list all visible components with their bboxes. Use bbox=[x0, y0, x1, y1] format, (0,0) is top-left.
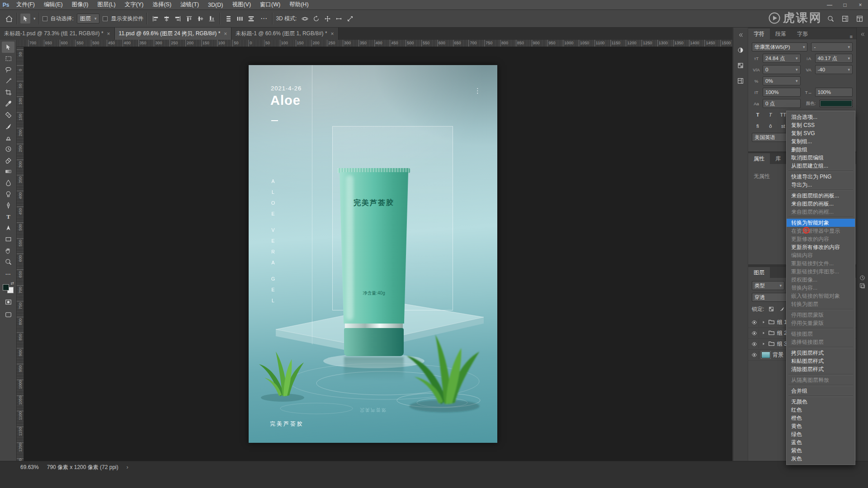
context-menu-item-43[interactable]: 橙色 bbox=[787, 414, 855, 422]
auto-select-dropdown[interactable]: 图层▾ bbox=[77, 14, 100, 23]
context-menu-item-19[interactable]: 编辑内容 bbox=[787, 251, 855, 259]
distribute-gap-icon[interactable] bbox=[246, 14, 256, 23]
context-menu-item-1[interactable]: 复制 CSS bbox=[787, 121, 855, 129]
distribute-v-icon[interactable] bbox=[223, 14, 233, 23]
kerning-field[interactable]: 0▾ bbox=[763, 65, 801, 74]
context-menu-item-6[interactable]: 从图层建立组... bbox=[787, 162, 855, 170]
zoom-tool[interactable] bbox=[2, 256, 14, 267]
expand-triangle-icon[interactable] bbox=[761, 330, 766, 337]
context-menu-item-28[interactable]: 停用矢量蒙版 bbox=[787, 319, 855, 327]
hand-tool[interactable] bbox=[2, 245, 14, 256]
font-size-field[interactable]: 24.84 点▾ bbox=[763, 54, 801, 63]
tab-character-1[interactable]: 段落 bbox=[770, 28, 792, 39]
font-style-dropdown[interactable]: -▾ bbox=[811, 42, 853, 52]
layer-filter-dropdown[interactable]: 类型▾ bbox=[752, 281, 784, 290]
context-menu-item-46[interactable]: 蓝色 bbox=[787, 438, 855, 446]
type-tool[interactable]: T bbox=[2, 211, 14, 222]
arrange-docs-icon[interactable] bbox=[854, 14, 864, 23]
more-align-options-icon[interactable]: ··· bbox=[259, 14, 269, 23]
eraser-tool[interactable] bbox=[2, 155, 14, 166]
vertical-scale-field[interactable]: 100% bbox=[763, 88, 801, 97]
context-menu-item-8[interactable]: 快速导出为 PNG bbox=[787, 173, 855, 181]
menu-item-4[interactable]: 文字(Y) bbox=[120, 0, 148, 9]
lock-checker-icon[interactable] bbox=[767, 305, 776, 314]
move-tool[interactable] bbox=[2, 42, 14, 53]
menu-item-0[interactable]: 文件(F) bbox=[12, 0, 39, 9]
search-icon[interactable] bbox=[826, 14, 835, 23]
menu-item-9[interactable]: 窗口(W) bbox=[255, 0, 285, 9]
pen-tool[interactable] bbox=[2, 200, 14, 211]
edit-toolbar-icon[interactable]: ··· bbox=[5, 271, 11, 277]
expand-panels-icon[interactable] bbox=[735, 29, 746, 40]
gradient-tool[interactable] bbox=[2, 166, 14, 177]
slide-3d-icon[interactable] bbox=[334, 14, 344, 23]
minimize-button[interactable]: — bbox=[822, 0, 837, 9]
menu-item-1[interactable]: 编辑(E) bbox=[39, 0, 67, 9]
history-brush-tool[interactable] bbox=[2, 143, 14, 155]
expand-triangle-icon[interactable] bbox=[761, 341, 766, 347]
marquee-tool[interactable] bbox=[2, 53, 14, 64]
opentype-button-1[interactable]: ô bbox=[764, 122, 776, 131]
context-menu-item-17[interactable]: 更新修改的内容 bbox=[787, 235, 855, 243]
align-right-icon[interactable] bbox=[173, 14, 183, 23]
context-menu-item-20[interactable]: 重新链接到文件... bbox=[787, 259, 855, 267]
swap-colors-icon[interactable]: ⇄ bbox=[10, 281, 14, 286]
text-style-button-0[interactable]: T bbox=[752, 110, 764, 119]
context-menu-item-47[interactable]: 紫色 bbox=[787, 446, 855, 455]
tracking-field[interactable]: -40▾ bbox=[815, 65, 853, 74]
foreground-color-swatch[interactable] bbox=[3, 284, 9, 291]
context-menu-item-4[interactable]: 删除组 bbox=[787, 145, 855, 154]
menu-item-10[interactable]: 帮助(H) bbox=[285, 0, 313, 9]
collapse-dock-icon[interactable] bbox=[859, 30, 867, 38]
brush-tool[interactable] bbox=[2, 121, 14, 132]
panel-menu-icon[interactable]: ≡ bbox=[846, 34, 856, 39]
blur-tool[interactable] bbox=[2, 177, 14, 188]
shape-tool[interactable] bbox=[2, 234, 14, 245]
home-icon[interactable] bbox=[4, 14, 14, 23]
color-swatches[interactable]: ⇄ bbox=[2, 282, 14, 294]
show-transform-checkbox[interactable] bbox=[103, 16, 108, 21]
dodge-tool[interactable] bbox=[2, 188, 14, 200]
menu-item-2[interactable]: 图像(I) bbox=[67, 0, 93, 9]
swatches-panel-icon[interactable] bbox=[735, 60, 746, 71]
tab-properties-0[interactable]: 属性 bbox=[748, 153, 770, 164]
context-menu-item-44[interactable]: 黄色 bbox=[787, 422, 855, 430]
history-panel-icon[interactable] bbox=[859, 273, 867, 282]
menu-item-8[interactable]: 视图(V) bbox=[227, 0, 255, 9]
screen-mode-icon[interactable] bbox=[5, 311, 12, 319]
tab-properties-1[interactable]: 库 bbox=[770, 153, 786, 164]
align-middle-v-icon[interactable] bbox=[195, 14, 205, 23]
opentype-button-0[interactable]: fi bbox=[752, 122, 764, 131]
context-menu-item-31[interactable]: 选择链接图层 bbox=[787, 338, 855, 346]
context-menu-item-24[interactable]: 嵌入链接的智能对象 bbox=[787, 292, 855, 300]
context-menu-item-42[interactable]: 红色 bbox=[787, 406, 855, 414]
tab-close-icon[interactable]: × bbox=[224, 31, 227, 37]
context-menu-item-16[interactable]: 在资源管理器中显示 bbox=[787, 227, 855, 235]
menu-item-7[interactable]: 3D(D) bbox=[203, 0, 227, 9]
workspace-grid-icon[interactable] bbox=[840, 14, 850, 23]
context-menu-item-41[interactable]: 无颜色 bbox=[787, 398, 855, 406]
baseline-shift-field[interactable]: 0 点 bbox=[763, 99, 801, 108]
tab-character-2[interactable]: 字形 bbox=[792, 28, 813, 39]
auto-select-checkbox[interactable] bbox=[42, 16, 47, 21]
visibility-eye-icon[interactable] bbox=[750, 319, 759, 327]
context-menu-item-12[interactable]: 来自图层的画板... bbox=[787, 200, 855, 208]
learn-panel-icon[interactable] bbox=[735, 75, 746, 86]
clone-stamp-tool[interactable] bbox=[2, 132, 14, 143]
context-menu-item-5[interactable]: 取消图层编组 bbox=[787, 154, 855, 162]
tab-close-icon[interactable]: × bbox=[331, 31, 334, 37]
context-menu-item-11[interactable]: 来自图层组的画板... bbox=[787, 192, 855, 200]
crop-tool[interactable] bbox=[2, 87, 14, 98]
tab-character-0[interactable]: 字符 bbox=[748, 28, 770, 39]
healing-brush-tool[interactable] bbox=[2, 109, 14, 121]
scale-3d-icon[interactable] bbox=[345, 14, 355, 23]
expand-triangle-icon[interactable] bbox=[761, 319, 766, 326]
current-tool-icon[interactable] bbox=[20, 14, 30, 23]
context-menu-item-25[interactable]: 转换为图层 bbox=[787, 300, 855, 308]
context-menu-item-30[interactable]: 链接图层 bbox=[787, 330, 855, 338]
horizontal-scale-field[interactable]: 100% bbox=[815, 88, 853, 97]
pan-3d-icon[interactable] bbox=[322, 14, 332, 23]
align-left-icon[interactable] bbox=[150, 14, 160, 23]
menu-item-5[interactable]: 选择(S) bbox=[148, 0, 176, 9]
distribute-h-icon[interactable] bbox=[235, 14, 245, 23]
